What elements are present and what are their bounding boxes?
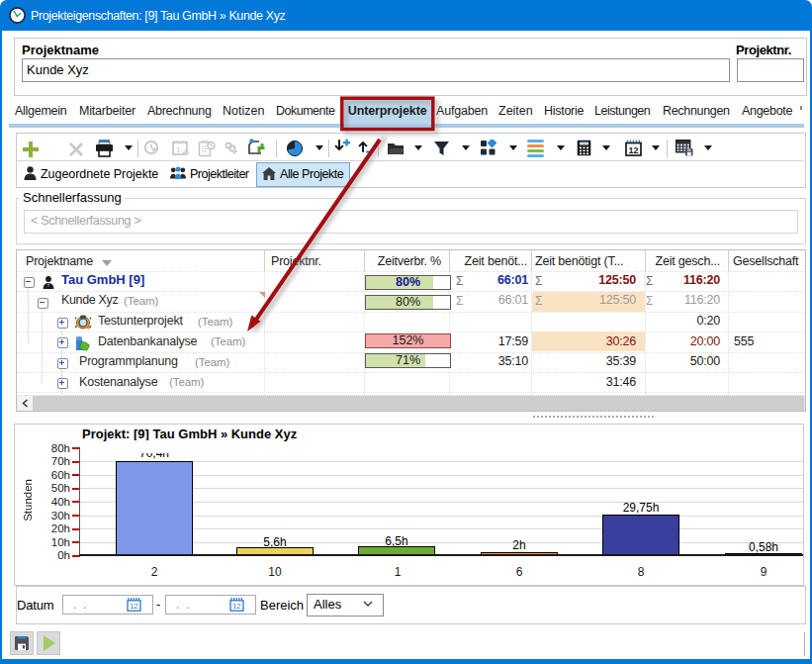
svg-text:12: 12 bbox=[232, 602, 240, 611]
svg-text:12: 12 bbox=[130, 602, 137, 611]
svg-text:1: 1 bbox=[176, 145, 181, 154]
svg-text:12: 12 bbox=[628, 145, 638, 155]
